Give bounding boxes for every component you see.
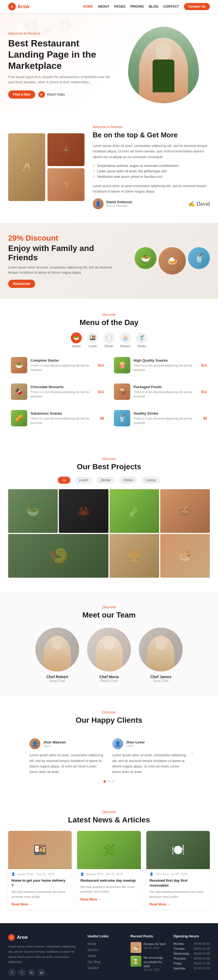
footer-post-0: 🍜 Recipes for food Jan 01, 2020	[131, 942, 167, 953]
read-more-1[interactable]: Read More →	[81, 897, 101, 901]
starter-icon: 🥗	[71, 332, 82, 343]
project-tab-all[interactable]: All	[58, 477, 70, 484]
footer-hours-schedule: Monday 09:00-21:00 Tuesday 09:00-21:00 W…	[173, 942, 210, 970]
menu-tab-dessert[interactable]: 🧁 Dessert	[120, 332, 131, 348]
menu-item-3: 📦 Packaged Foods There is a rich discera…	[111, 381, 210, 403]
read-more-2[interactable]: Read More →	[150, 902, 171, 906]
about-list-item: Vestibulum ante ipsum primis in faucibus…	[93, 174, 210, 180]
testi-dot-2[interactable]	[112, 780, 114, 783]
menu-item-img-5: 🥤	[114, 410, 130, 426]
footer-grid: A Arsw Lorem ipsum dolor sit amet, conse…	[8, 934, 210, 977]
footer-link-blog[interactable]: Our Blog	[87, 960, 124, 964]
lunch-label: Lunch	[88, 344, 97, 348]
menu-item-name-2: Chocolate Desserts	[30, 385, 95, 389]
menu-tab-starter[interactable]: 🥗 Starter	[71, 332, 82, 348]
team-grid: Chef Robert Head Chef Chef Maria Pastry …	[8, 628, 210, 683]
founder-avatar: 👤	[93, 198, 104, 209]
news-date-0: Sep 01, 2020	[36, 872, 54, 876]
team-name-0: Chef Robert	[46, 675, 68, 679]
team-member-0: Chef Robert Head Chef	[35, 628, 79, 683]
menu-tab-lunch[interactable]: 🍱 Lunch	[87, 332, 98, 348]
footer-link-service[interactable]: Service	[87, 948, 124, 952]
hero-primary-button[interactable]: Find a New	[8, 91, 35, 99]
menu-tab-dinner[interactable]: 🍽️ Dinner	[104, 332, 114, 348]
testi-card-1: 👤 Jhon Lever Client Lorem ipsum dolor si…	[112, 738, 189, 775]
hour-time-0: 09:00-21:00	[194, 942, 210, 945]
news-img-1: 🌿	[77, 831, 141, 869]
nav-link-home[interactable]: Home	[83, 5, 93, 8]
drinks-label: Drinks	[137, 344, 146, 348]
about-img-2: 🍲	[47, 133, 84, 166]
testi-info-0: Jhon Makson Client	[43, 740, 66, 748]
project-tabs: All Lunch Dinner Drinks Luxury	[8, 477, 210, 484]
footer-link-home[interactable]: Home	[87, 942, 124, 946]
nav-link-blog[interactable]: Blog	[149, 5, 158, 8]
team-section: Discover Meet our Team Chef Robert Head …	[0, 591, 218, 697]
about-section: 🥂 🍲 🍕 Welcome to Restore Be on the top &…	[0, 111, 218, 223]
team-name-2: Chef James	[150, 675, 172, 679]
founder-info: 👤 David Ambrose CEO & Founder ✍ David	[93, 198, 210, 209]
testi-prev-arrow[interactable]: ‹	[25, 749, 27, 756]
about-content: Welcome to Restore Be on the top & Get M…	[93, 125, 210, 209]
footer-post-info-0: Recipes for food Jan 01, 2020	[144, 942, 166, 953]
menu-tab-drinks[interactable]: 🥤 Drinks	[136, 332, 147, 348]
news-date-2: Jul 07, 2020	[171, 872, 188, 876]
testi-sub-1: Client	[126, 744, 145, 748]
promo-img-2: 🍛	[159, 247, 186, 275]
testi-next-arrow[interactable]: ›	[191, 749, 193, 756]
news-article-desc-1: We help ambitious businesses like yours …	[81, 885, 137, 894]
menu-item-5: 🥤 Healthy Drinks There is a rich discera…	[111, 407, 210, 430]
starter-label: Starter	[72, 344, 81, 348]
read-more-0[interactable]: Read More →	[11, 902, 32, 906]
footer-about-col: A Arsw Lorem ipsum dolor sit amet, conse…	[8, 934, 81, 977]
nav-link-pricing[interactable]: Pricing	[130, 5, 144, 8]
project-tab-luxury[interactable]: Luxury	[142, 477, 160, 484]
projects-section-label: Discover	[8, 457, 210, 461]
contact-us-button[interactable]: Contact Us	[184, 3, 210, 10]
founder-name: David Ambrose	[106, 200, 132, 204]
facebook-icon[interactable]: f	[8, 969, 16, 977]
news-meta-1: 👤 Audrey Sims Jan 01, 2020	[81, 872, 137, 876]
footer-link-about[interactable]: About	[87, 954, 124, 958]
hero-watch-button[interactable]: ▶ Watch Video	[38, 91, 65, 98]
instagram-icon[interactable]: in	[28, 969, 35, 977]
menu-item-info-3: Packaged Foods There is a rich disceral …	[134, 385, 198, 398]
nav-link-pages[interactable]: Pages	[114, 5, 125, 8]
nav-link-about[interactable]: About	[98, 5, 109, 8]
menu-item-4: 🥜 Salubrious Snacks There is a rich disc…	[8, 407, 107, 430]
project-img-6: 🍔	[109, 534, 159, 578]
testi-dot-1[interactable]	[108, 780, 110, 783]
youtube-icon[interactable]: yt	[38, 969, 45, 977]
footer-post-title-0: Recipes for food	[144, 942, 166, 946]
footer-post-img-0: 🍜	[131, 942, 141, 953]
hour-day-4: Friday	[173, 962, 182, 965]
project-tab-drinks[interactable]: Drinks	[119, 477, 137, 484]
testi-dot-0[interactable]	[104, 780, 106, 783]
nav-link-contact[interactable]: Contact	[163, 5, 179, 8]
testi-name-1: Jhon Lever	[126, 740, 145, 744]
footer-hours-col: Opening Hours Monday 09:00-21:00 Tuesday…	[173, 934, 210, 977]
twitter-icon[interactable]: t	[18, 969, 25, 977]
nav-logo: A Arsw	[8, 3, 29, 10]
testi-info-1: Jhon Lever Client	[126, 740, 145, 748]
footer-posts-col: Recent Posts 🍜 Recipes for food Jan 01, …	[131, 934, 167, 977]
menu-item-desc-1: There is a rich disceral adipiscing elit…	[134, 364, 198, 372]
footer-link-contact[interactable]: Contact	[87, 966, 124, 970]
promo-discount: 29% Discount	[8, 234, 117, 243]
footer-logo-icon: A	[8, 934, 15, 941]
news-article-title-2: Received first day first reservation	[150, 878, 207, 888]
author-icon-1: 👤	[81, 872, 84, 876]
hour-time-5: 10:00-17:00	[194, 967, 210, 970]
menu-item-name-3: Packaged Foods	[134, 385, 198, 389]
project-img-3: 🥬	[109, 489, 159, 533]
testi-text-1: Lorem ipsum dolor sit amet, consectetur …	[112, 752, 189, 775]
play-icon: ▶	[38, 91, 45, 98]
team-member-2: Chef James Sous Chef	[139, 628, 183, 683]
project-img-1: 🥗	[8, 489, 58, 533]
projects-section: Discover Our Best Projects All Lunch Din…	[0, 443, 218, 591]
promo-button[interactable]: Restaurant	[8, 280, 35, 288]
promo-section: 29% Discount Enjoy with Family and Frien…	[0, 223, 218, 299]
project-tab-lunch[interactable]: Lunch	[75, 477, 92, 484]
project-tab-dinner[interactable]: Dinner	[96, 477, 115, 484]
about-img-1: 🥂	[8, 133, 45, 201]
